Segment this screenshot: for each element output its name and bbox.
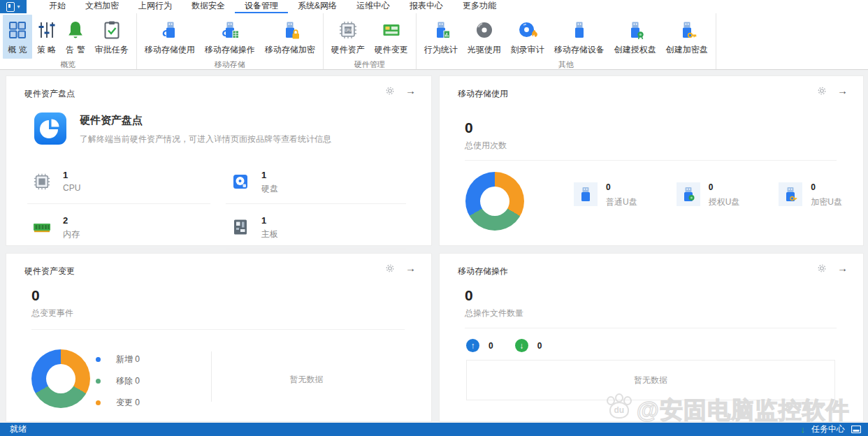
stat-value: 2: [63, 215, 80, 226]
tab-report-center[interactable]: 报表中心: [400, 0, 453, 13]
card-title: 移动存储使用: [458, 88, 508, 100]
ribbon-item-label: 移动存储使用: [145, 44, 195, 56]
ribbon-item-label: 概 览: [8, 44, 27, 56]
card-hardware-inventory: 硬件资产盘点 → 硬件资产盘点 了解终端当前硬件: [6, 75, 432, 246]
ops-counters: ↑ 0 ↓ 0: [466, 339, 554, 352]
gear-icon[interactable]: [817, 86, 827, 96]
usage-items: 0 普通U盘 0 授权U盘: [574, 182, 842, 208]
stat-label: 硬盘: [261, 183, 278, 195]
ribbon-item-label: 移动存储操作: [205, 44, 255, 56]
gear-icon[interactable]: [385, 86, 395, 96]
ribbon-item-label: 硬件资产: [331, 44, 365, 56]
stat-value: 1: [261, 215, 278, 226]
usb-usage-icon: [160, 18, 180, 42]
usb-stats-icon: [431, 18, 451, 42]
tab-doc-encryption[interactable]: 文档加密: [75, 0, 129, 13]
stat-cpu: 1 CPU: [27, 167, 210, 204]
ribbon-item-alerts[interactable]: 告 警: [61, 15, 89, 59]
ribbon-item-storage-encryption[interactable]: 移动存储加密: [260, 15, 320, 59]
ribbon-item-behavior-stats[interactable]: 行为统计: [419, 15, 463, 59]
stat-label: 主板: [261, 228, 278, 240]
legend-row-removed: 移除 0: [96, 375, 140, 387]
ribbon-item-hardware-assets[interactable]: CPU 硬件资产: [326, 15, 370, 59]
ribbon-group-removable-storage: 移动存储使用 移动存储操作: [137, 13, 324, 69]
stat-label: 内存: [63, 228, 80, 240]
no-data-text: 暂无数据: [211, 374, 402, 386]
usage-donut-chart: [465, 172, 524, 231]
ribbon-item-label: 光驱使用: [468, 44, 501, 56]
upload-arrow-icon: ↑: [466, 339, 479, 352]
legend-label: 新增 0: [116, 354, 140, 365]
policy-sliders-icon: [38, 18, 56, 42]
ribbon-item-storage-operation[interactable]: 移动存储操作: [200, 15, 260, 59]
ribbon-item-create-encrypted-disk[interactable]: 创建加密盘: [661, 15, 713, 59]
stat-label: CPU: [63, 183, 80, 193]
gear-icon[interactable]: [385, 263, 395, 273]
tab-web-behavior[interactable]: 上网行为: [129, 0, 182, 13]
usage-item-value: 0: [606, 182, 637, 192]
gear-icon[interactable]: [817, 263, 827, 273]
tab-data-security[interactable]: 数据安全: [182, 0, 235, 13]
usage-item-label: 普通U盘: [606, 196, 637, 208]
task-window-icon: [851, 426, 861, 433]
change-total: 0 总变更事件: [31, 287, 73, 319]
task-center-label: 任务中心: [811, 423, 845, 435]
ribbon-item-storage-usage[interactable]: 移动存储使用: [140, 15, 200, 59]
ribbon-item-storage-devices[interactable]: 移动存储设备: [549, 15, 609, 59]
usb-key-mini-icon: [779, 182, 802, 206]
ribbon-item-label: 策 略: [37, 44, 56, 56]
arrow-right-icon[interactable]: →: [837, 85, 848, 96]
disk-icon: [231, 173, 249, 191]
inventory-title: 硬件资产盘点: [80, 114, 331, 127]
ribbon-item-hardware-change[interactable]: 硬件变更: [370, 15, 413, 59]
ribbon-group-hardware: CPU 硬件资产 硬件变更 硬件管理: [324, 13, 417, 69]
hardware-board-icon: [382, 18, 401, 42]
arrow-right-icon[interactable]: →: [405, 85, 416, 96]
cpu-small-icon: [33, 173, 51, 191]
app-menu-button[interactable]: ▾: [0, 0, 27, 13]
tab-system-network[interactable]: 系统&网络: [288, 0, 347, 13]
usage-total: 0 总使用次数: [465, 119, 507, 152]
card-hardware-change: 硬件资产变更 → 0 总变更事件 新增 0 移除 0: [6, 253, 432, 422]
stat-value: 1: [261, 170, 278, 180]
ram-icon: [33, 218, 51, 236]
ribbon-item-label: 刻录审计: [511, 44, 544, 56]
ribbon-item-policy[interactable]: 策 略: [32, 15, 61, 59]
arrow-right-icon[interactable]: →: [837, 263, 848, 273]
tab-more-functions[interactable]: 更多功能: [453, 0, 506, 13]
overview-grid-icon: [8, 18, 27, 42]
legend-label: 移除 0: [116, 375, 140, 387]
card-title: 硬件资产盘点: [24, 88, 75, 100]
tab-start[interactable]: 开始: [39, 0, 75, 13]
stat-ram: 2 内存: [27, 212, 210, 249]
ribbon-item-label: 移动存储加密: [265, 44, 315, 56]
tab-ops-center[interactable]: 运维中心: [347, 0, 400, 13]
stat-disk: 1 硬盘: [226, 167, 406, 204]
motherboard-icon: [231, 218, 249, 236]
status-ready-text: 就绪: [10, 423, 27, 435]
download-status-icon: ↓: [801, 425, 806, 434]
legend-dot: [96, 357, 101, 362]
usb-plain-mini-icon: [574, 182, 598, 206]
alert-bell-icon: [66, 18, 85, 42]
ribbon-toolbar: 概 览 策 略 告 警: [0, 13, 868, 70]
no-data-box: 暂无数据: [466, 360, 835, 400]
upload-count: 0: [489, 341, 493, 351]
approval-clipboard-icon: [103, 18, 121, 42]
cpu-chip-icon: CPU: [338, 18, 358, 42]
card-storage-operations: 移动存储操作 → 0 总操作文件数量 ↑ 0 ↓ 0 暂无数据: [439, 253, 864, 422]
dropdown-caret-icon: ▾: [17, 4, 20, 10]
usage-item-value: 0: [811, 182, 842, 192]
ribbon-item-overview[interactable]: 概 览: [3, 15, 32, 59]
status-bar: 就绪 ↓ 任务中心: [0, 423, 868, 436]
change-donut-chart: [31, 349, 90, 408]
ribbon-item-approval-tasks[interactable]: 审批任务: [90, 15, 133, 59]
ribbon-item-burn-audit[interactable]: 刻录审计: [506, 15, 549, 59]
tab-device-management[interactable]: 设备管理: [235, 0, 288, 13]
arrow-right-icon[interactable]: →: [405, 263, 416, 273]
ribbon-item-disc-usage[interactable]: 光驱使用: [463, 15, 506, 59]
task-center-button[interactable]: ↓ 任务中心: [801, 423, 862, 435]
card-title: 硬件资产变更: [24, 266, 75, 277]
ribbon-item-create-authorized-disk[interactable]: 创建授权盘: [609, 15, 661, 59]
menu-tabs: 开始 文档加密 上网行为 数据安全 设备管理 系统&网络 运维中心 报表中心 更…: [39, 0, 506, 13]
